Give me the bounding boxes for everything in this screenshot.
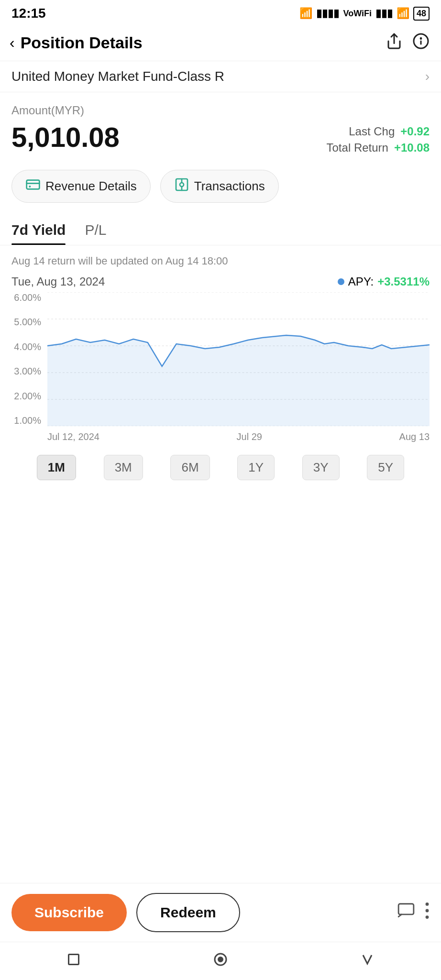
- y-label-1: 1.00%: [11, 415, 45, 426]
- tab-pl[interactable]: P/L: [85, 222, 106, 245]
- signal-bars: ▮▮▮▮: [316, 7, 339, 20]
- transactions-icon: [174, 177, 189, 196]
- svg-point-21: [426, 915, 429, 919]
- x-label-aug13: Aug 13: [399, 431, 430, 442]
- fund-name: United Money Market Fund-Class R: [11, 69, 224, 84]
- revenue-details-button[interactable]: Revenue Details: [11, 170, 151, 203]
- chart-container: 6.00% 5.00% 4.00% 3.00% 2.00% 1.00%: [11, 292, 430, 445]
- y-label-3: 3.00%: [11, 366, 45, 377]
- time-range-buttons: 1M 3M 6M 1Y 3Y 5Y: [11, 445, 430, 490]
- total-return-label: Total Return: [327, 141, 388, 154]
- chart-svg: [47, 292, 430, 426]
- apy-dot-icon: [338, 278, 344, 285]
- time-btn-3m[interactable]: 3M: [104, 455, 143, 480]
- amount-label: Amount(MYR): [11, 104, 430, 117]
- bottom-action-bar: Subscribe Redeem: [0, 883, 441, 942]
- y-label-4: 4.00%: [11, 341, 45, 352]
- svg-point-6: [29, 186, 31, 187]
- x-label-jul29: Jul 29: [237, 431, 262, 442]
- last-chg-row: Last Chg +0.92: [349, 125, 430, 138]
- svg-rect-4: [27, 180, 40, 189]
- tabs-row: 7d Yield P/L: [0, 214, 441, 245]
- apy-label: APY:: [348, 275, 374, 288]
- transactions-label: Transactions: [194, 179, 265, 194]
- vo-wifi-label: VoWiFi: [343, 9, 372, 19]
- time-btn-1m[interactable]: 1M: [37, 455, 76, 480]
- bluetooth-icon: 📶: [299, 7, 312, 20]
- page-header: ‹ Position Details: [0, 25, 441, 61]
- update-notice: Aug 14 return will be updated on Aug 14 …: [11, 255, 430, 267]
- last-chg-label: Last Chg: [349, 125, 395, 138]
- time-btn-5y[interactable]: 5Y: [367, 455, 404, 480]
- y-label-5: 5.00%: [11, 317, 45, 328]
- page-title: Position Details: [21, 33, 143, 52]
- navigation-bar: [0, 942, 441, 980]
- chart-x-labels: Jul 12, 2024 Jul 29 Aug 13: [47, 428, 430, 445]
- subscribe-button[interactable]: Subscribe: [11, 894, 127, 931]
- redeem-button[interactable]: Redeem: [136, 893, 240, 932]
- back-button[interactable]: ‹: [10, 34, 15, 52]
- total-return-row: Total Return +10.08: [327, 141, 430, 154]
- revenue-details-label: Revenue Details: [45, 179, 137, 194]
- svg-point-19: [426, 903, 429, 906]
- tab-7d-yield[interactable]: 7d Yield: [11, 222, 66, 245]
- chart-svg-area: [47, 292, 430, 426]
- wifi-signal: ▮▮▮: [375, 7, 393, 20]
- status-icons: 📶 ▮▮▮▮ VoWiFi ▮▮▮ 📶 48: [299, 7, 430, 21]
- more-options-button[interactable]: [425, 902, 430, 924]
- tab-pl-label: P/L: [85, 222, 106, 238]
- revenue-details-icon: [25, 177, 41, 196]
- chart-y-labels: 6.00% 5.00% 4.00% 3.00% 2.00% 1.00%: [11, 292, 45, 426]
- y-label-6: 6.00%: [11, 292, 45, 303]
- chevron-right-icon: ›: [425, 69, 430, 84]
- apy-value: +3.5311%: [377, 275, 430, 288]
- time-btn-6m[interactable]: 6M: [170, 455, 209, 480]
- svg-point-20: [426, 909, 429, 913]
- nav-recent-icon[interactable]: [359, 951, 376, 972]
- last-chg-value: +0.92: [400, 125, 430, 138]
- y-label-2: 2.00%: [11, 391, 45, 402]
- transactions-button[interactable]: Transactions: [160, 170, 279, 203]
- spacer: [0, 499, 441, 614]
- status-time: 12:15: [11, 6, 46, 21]
- action-buttons: Revenue Details Transactions: [0, 162, 441, 214]
- svg-rect-22: [68, 954, 78, 964]
- svg-point-24: [218, 957, 222, 961]
- time-btn-1y[interactable]: 1Y: [237, 455, 275, 480]
- wifi-icon: 📶: [397, 7, 409, 20]
- chart-date: Tue, Aug 13, 2024: [11, 275, 105, 288]
- info-button[interactable]: [412, 33, 430, 53]
- nav-home-icon[interactable]: [65, 951, 82, 972]
- battery-icon: 48: [413, 7, 430, 21]
- fund-name-row[interactable]: United Money Market Fund-Class R ›: [0, 61, 441, 92]
- status-bar: 12:15 📶 ▮▮▮▮ VoWiFi ▮▮▮ 📶 48: [0, 0, 441, 25]
- total-return-value: +10.08: [394, 141, 430, 154]
- amount-value: 5,010.08: [11, 121, 120, 153]
- amount-section: Amount(MYR) 5,010.08 Last Chg +0.92 Tota…: [0, 92, 441, 162]
- svg-rect-17: [398, 904, 414, 914]
- nav-back-icon[interactable]: [212, 951, 229, 972]
- share-button[interactable]: [386, 33, 403, 53]
- time-btn-3y[interactable]: 3Y: [302, 455, 340, 480]
- chart-apy: APY: +3.5311%: [338, 275, 430, 288]
- chat-button[interactable]: [397, 902, 415, 924]
- x-label-jul12: Jul 12, 2024: [47, 431, 99, 442]
- chart-section: Aug 14 return will be updated on Aug 14 …: [0, 245, 441, 499]
- tab-7d-yield-label: 7d Yield: [11, 222, 66, 238]
